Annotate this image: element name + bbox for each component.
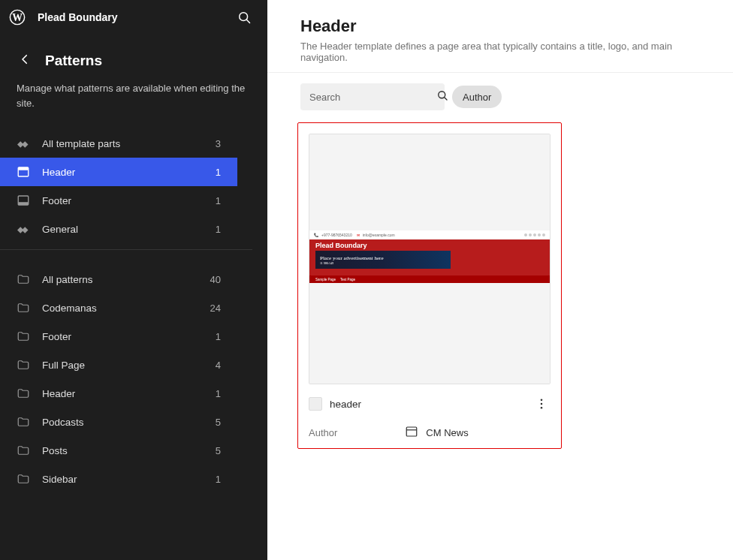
sidebar-item-count: 40 bbox=[210, 274, 221, 285]
sidebar-item-folder[interactable]: Podcasts5 bbox=[0, 408, 237, 436]
site-title[interactable]: Plead Boundary bbox=[38, 11, 224, 23]
phone-icon: 📞 bbox=[314, 233, 318, 237]
folder-icon bbox=[17, 358, 30, 372]
svg-point-14 bbox=[541, 399, 543, 401]
search-input[interactable] bbox=[309, 92, 436, 103]
preview-nav: Sample Page Test Page bbox=[309, 275, 550, 283]
svg-rect-17 bbox=[407, 427, 418, 436]
sidebar-item-count: 5 bbox=[216, 417, 221, 428]
sidebar-item-footer[interactable]: Footer 1 bbox=[0, 186, 237, 215]
sidebar-item-count: 24 bbox=[210, 303, 221, 314]
pattern-checkbox[interactable] bbox=[309, 397, 322, 411]
sidebar-item-label: Codemanas bbox=[42, 303, 198, 314]
sidebar-item-label: Footer bbox=[42, 195, 204, 206]
svg-line-13 bbox=[445, 98, 447, 100]
sidebar-item-label: Posts bbox=[42, 445, 204, 456]
sidebar-item-folder[interactable]: Posts5 bbox=[0, 436, 237, 465]
pattern-name[interactable]: header bbox=[330, 399, 525, 410]
wordpress-logo-icon[interactable]: W bbox=[6, 6, 29, 29]
folder-icon bbox=[17, 444, 30, 457]
pattern-preview[interactable]: 📞 +977-9876543210 ✉ info@example.com bbox=[309, 134, 551, 384]
back-button[interactable] bbox=[18, 53, 32, 69]
sidebar-item-count: 3 bbox=[216, 138, 221, 149]
content-title: Header bbox=[300, 17, 703, 36]
preview-contact-bar: 📞 +977-9876543210 ✉ info@example.com bbox=[309, 230, 550, 239]
preview-spacer bbox=[309, 283, 550, 384]
sidebar-item-header[interactable]: Header 1 bbox=[0, 158, 237, 186]
pattern-folders-group: All patterns40Codemanas24Footer1Full Pag… bbox=[0, 256, 252, 499]
sidebar-item-label: Full Page bbox=[42, 360, 204, 371]
svg-text:W: W bbox=[12, 12, 23, 23]
svg-line-3 bbox=[246, 20, 249, 23]
folder-icon bbox=[17, 387, 30, 400]
sidebar-item-label: Sidebar bbox=[42, 474, 204, 485]
svg-rect-11 bbox=[22, 227, 28, 233]
search-box bbox=[300, 83, 445, 110]
svg-rect-5 bbox=[22, 142, 28, 148]
sidebar-item-general[interactable]: General 1 bbox=[0, 215, 237, 243]
sidebar-item-label: Header bbox=[42, 388, 204, 399]
svg-rect-7 bbox=[18, 167, 29, 170]
sidebar-item-folder[interactable]: Full Page4 bbox=[0, 351, 237, 379]
footer-icon bbox=[17, 194, 30, 207]
preview-ad-banner: Place your advertisement here 11 986:149 bbox=[315, 251, 451, 269]
folder-icon bbox=[17, 330, 30, 343]
sidebar-item-folder[interactable]: Codemanas24 bbox=[0, 294, 237, 322]
sidebar-item-folder[interactable]: All patterns40 bbox=[0, 265, 237, 294]
page-description: Manage what patterns are available when … bbox=[0, 78, 267, 123]
filter-bar: Author bbox=[267, 73, 733, 116]
header-icon bbox=[405, 425, 418, 441]
sidebar-item-label: Footer bbox=[42, 331, 204, 342]
folder-icon bbox=[17, 415, 30, 429]
diamond-icon bbox=[17, 137, 30, 150]
sidebar-item-count: 1 bbox=[216, 388, 221, 399]
pattern-card[interactable]: 📞 +977-9876543210 ✉ info@example.com bbox=[297, 122, 562, 449]
pattern-grid: 📞 +977-9876543210 ✉ info@example.com bbox=[267, 116, 733, 464]
sidebar-item-label: Podcasts bbox=[42, 417, 204, 428]
sidebar-item-count: 5 bbox=[216, 445, 221, 456]
header-icon bbox=[17, 165, 30, 179]
svg-point-15 bbox=[541, 403, 543, 405]
svg-point-12 bbox=[439, 92, 445, 98]
sidebar-item-folder[interactable]: Sidebar1 bbox=[0, 465, 237, 493]
author-label: Author bbox=[309, 427, 337, 438]
search-icon bbox=[436, 89, 449, 105]
content-header: Header The Header template defines a pag… bbox=[267, 0, 733, 73]
sidebar-item-count: 1 bbox=[216, 474, 221, 485]
email-icon: ✉ bbox=[357, 233, 360, 237]
sidebar-item-all-template-parts[interactable]: All template parts 3 bbox=[0, 129, 237, 158]
preview-site-title: Plead Boundary bbox=[315, 242, 544, 249]
sidebar-item-folder[interactable]: Header1 bbox=[0, 379, 237, 408]
sidebar-item-label: All template parts bbox=[42, 138, 204, 149]
card-meta: Author CM News bbox=[309, 420, 551, 441]
content-description: The Header template defines a page area … bbox=[300, 41, 703, 63]
main-content: Header The Header template defines a pag… bbox=[267, 0, 733, 560]
sidebar-item-folder[interactable]: Footer1 bbox=[0, 322, 237, 351]
command-palette-button[interactable] bbox=[233, 6, 255, 29]
template-parts-group: All template parts 3 Header 1 Footer 1 G… bbox=[0, 123, 252, 250]
author-name: CM News bbox=[426, 427, 468, 438]
svg-rect-9 bbox=[18, 203, 29, 206]
svg-point-16 bbox=[541, 407, 543, 409]
preview-spacer bbox=[309, 134, 550, 230]
diamond-icon bbox=[17, 222, 30, 236]
folder-icon bbox=[17, 472, 30, 486]
sidebar-item-count: 1 bbox=[216, 167, 221, 178]
sidebar-item-count: 1 bbox=[216, 195, 221, 206]
preview-header-red: Plead Boundary Place your advertisement … bbox=[309, 239, 550, 275]
folder-icon bbox=[17, 301, 30, 315]
page-title: Patterns bbox=[45, 53, 102, 69]
author-filter-button[interactable]: Author bbox=[452, 86, 502, 108]
folder-icon bbox=[17, 272, 30, 286]
sidebar-item-count: 4 bbox=[216, 360, 221, 371]
sidebar-item-label: Header bbox=[42, 167, 204, 178]
card-footer: header bbox=[309, 384, 551, 420]
page-heading: Patterns bbox=[0, 35, 267, 78]
more-options-button[interactable] bbox=[532, 395, 551, 413]
sidebar-item-count: 1 bbox=[216, 224, 221, 235]
topbar: W Plead Boundary bbox=[0, 0, 267, 35]
sidebar: W Plead Boundary Patterns Manage what pa… bbox=[0, 0, 267, 560]
sidebar-item-label: General bbox=[42, 224, 204, 235]
sidebar-item-count: 1 bbox=[216, 331, 221, 342]
sidebar-item-label: All patterns bbox=[42, 274, 198, 285]
